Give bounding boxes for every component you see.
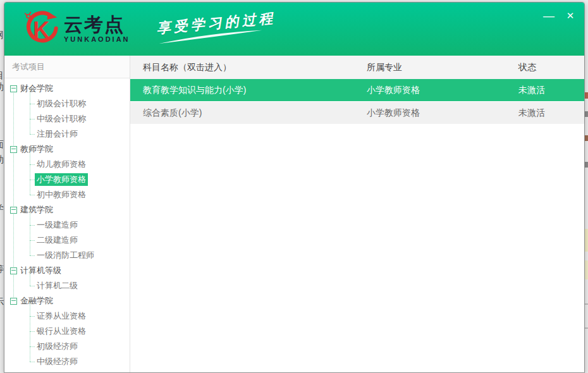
tree-group-jiaoshi: 教师学院 幼儿教师资格 小学教师资格 初中教师资格 <box>4 142 130 202</box>
tree-child-item[interactable]: 中级经济师 <box>4 354 130 369</box>
tree-group-jisuanji: 计算机等级 计算机二级 <box>4 263 130 293</box>
tree-parent-label: 教师学院 <box>20 144 53 155</box>
column-header-status: 状态 <box>518 62 584 73</box>
tree-parent-label: 建筑学院 <box>20 204 53 216</box>
tree-child-item[interactable]: 幼儿教师资格 <box>4 157 130 172</box>
tree-children: 初级会计职称 中级会计职称 注册会计师 <box>4 96 130 142</box>
tree-parent-item[interactable]: 教师学院 <box>4 142 130 157</box>
exam-category-tree: 财会学院 初级会计职称 中级会计职称 注册会计师 教师学院 幼儿教师资格 <box>4 78 130 369</box>
tree-child-item[interactable]: 银行从业资格 <box>4 324 130 339</box>
tree-child-item[interactable]: 计算机二级 <box>4 278 130 293</box>
cell-subject: 综合素质(小学) <box>130 107 367 119</box>
tree-child-item[interactable]: 一级消防工程师 <box>4 248 130 263</box>
brand-name: 云考点 <box>64 15 130 34</box>
tree-children: 证券从业资格 银行从业资格 初级经济师 中级经济师 <box>4 309 130 369</box>
subject-panel: 科目名称（双击进入） 所属专业 状态 教育教学知识与能力(小学) 小学教师资格 … <box>130 56 584 372</box>
tree-child-item[interactable]: 证券从业资格 <box>4 309 130 324</box>
collapse-icon[interactable] <box>10 207 17 214</box>
collapse-icon[interactable] <box>10 146 17 153</box>
tree-parent-label: 金融学院 <box>20 295 53 307</box>
tree-child-item[interactable]: 初中教师资格 <box>4 187 130 202</box>
slogan-block: 享受学习的过程 <box>156 9 277 46</box>
tree-group-jianzhu: 建筑学院 一级建造师 二级建造师 一级消防工程师 <box>4 202 130 263</box>
tree-parent-item[interactable]: 建筑学院 <box>4 202 130 217</box>
tree-parent-label: 财会学院 <box>20 83 53 94</box>
tree-child-item[interactable]: 中级会计职称 <box>4 111 130 126</box>
tree-parent-item[interactable]: 金融学院 <box>4 293 130 309</box>
collapse-icon[interactable] <box>10 267 17 274</box>
tree-parent-item[interactable]: 财会学院 <box>4 81 130 96</box>
column-header-major: 所属专业 <box>367 62 518 73</box>
tree-children: 计算机二级 <box>4 278 130 293</box>
titlebar: K 云考点 YUNKAODIAN 享受学习的过程 — ✕ <box>4 3 584 56</box>
cell-major: 小学教师资格 <box>367 107 518 119</box>
column-header-subject: 科目名称（双击进入） <box>130 62 367 73</box>
tree-child-item-selected[interactable]: 小学教师资格 <box>4 172 130 187</box>
tree-group-jinrong: 金融学院 证券从业资格 银行从业资格 初级经济师 中级经济师 <box>4 293 130 369</box>
brand-block: 云考点 YUNKAODIAN <box>64 15 130 43</box>
app-body: 考试项目 财会学院 初级会计职称 中级会计职称 注册会计师 <box>4 56 584 372</box>
status-badge: 未激活 <box>518 107 584 119</box>
collapse-icon[interactable] <box>10 85 17 92</box>
collapse-icon[interactable] <box>10 298 17 305</box>
tree-children: 幼儿教师资格 小学教师资格 初中教师资格 <box>4 157 130 202</box>
window-controls: — ✕ <box>541 9 578 25</box>
tree-child-item[interactable]: 一级建造师 <box>4 217 130 233</box>
close-button[interactable]: ✕ <box>563 9 578 23</box>
svg-text:K: K <box>33 17 50 43</box>
tree-parent-item[interactable]: 计算机等级 <box>4 263 130 278</box>
tree-child-item[interactable]: 二级建造师 <box>4 233 130 248</box>
app-logo-icon: K <box>23 10 59 48</box>
sidebar: 考试项目 财会学院 初级会计职称 中级会计职称 注册会计师 <box>4 56 130 372</box>
brand-subtitle: YUNKAODIAN <box>64 36 130 43</box>
table-header: 科目名称（双击进入） 所属专业 状态 <box>130 56 584 79</box>
app-window: K 云考点 YUNKAODIAN 享受学习的过程 — ✕ 考试项目 <box>4 2 585 373</box>
cell-subject: 教育教学知识与能力(小学) <box>130 85 367 96</box>
tree-child-item[interactable]: 初级经济师 <box>4 339 130 354</box>
minimize-button[interactable]: — <box>541 9 556 25</box>
table-row[interactable]: 教育教学知识与能力(小学) 小学教师资格 未激活 <box>130 79 584 101</box>
status-badge: 未激活 <box>518 85 584 96</box>
tree-group-caikuai: 财会学院 初级会计职称 中级会计职称 注册会计师 <box>4 81 130 142</box>
cell-major: 小学教师资格 <box>367 85 518 96</box>
tree-parent-label: 计算机等级 <box>20 265 61 276</box>
table-row[interactable]: 综合素质(小学) 小学教师资格 未激活 <box>130 102 584 124</box>
tree-child-item[interactable]: 注册会计师 <box>4 126 130 142</box>
tree-child-item[interactable]: 初级会计职称 <box>4 96 130 111</box>
sidebar-title: 考试项目 <box>4 56 130 78</box>
tree-children: 一级建造师 二级建造师 一级消防工程师 <box>4 217 130 263</box>
